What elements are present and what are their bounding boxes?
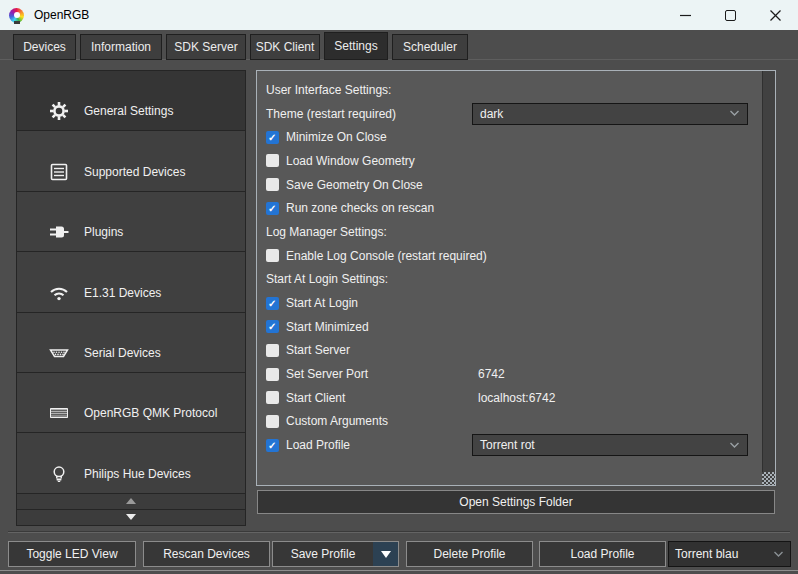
sidebar-item-label: Supported Devices — [84, 166, 185, 179]
wifi-icon — [47, 282, 71, 304]
section-label: Log Manager Settings: — [266, 225, 387, 239]
theme-row: Theme (restart required) dark — [266, 102, 756, 126]
open-settings-folder-button[interactable]: Open Settings Folder — [257, 490, 775, 514]
sidebar-item-openrgb-qmk-protocol[interactable]: OpenRGB QMK Protocol — [17, 373, 245, 433]
tab-sdk-client[interactable]: SDK Client — [250, 34, 320, 60]
section-log-manager-settings: Log Manager Settings: — [266, 220, 756, 244]
toggle-led-view-label: Toggle LED View — [26, 547, 117, 561]
chevron-down-icon — [729, 110, 740, 117]
sidebar-item-label: OpenRGB QMK Protocol — [84, 407, 217, 420]
minimize-button[interactable] — [663, 0, 708, 30]
custom-arguments-row: Custom Arguments — [266, 410, 756, 434]
chevron-down-icon — [729, 442, 740, 449]
checkbox-label: Start Minimized — [286, 320, 369, 334]
tab-sdk-server[interactable]: SDK Server — [166, 34, 246, 60]
checkbox-label: Start Server — [286, 343, 350, 357]
profile-select-value: Torrent blau — [675, 547, 738, 561]
save-geometry-on-close-checkbox[interactable] — [266, 178, 279, 191]
run-zone-checks-row: Run zone checks on rescan — [266, 196, 756, 220]
checkbox-label: Minimize On Close — [286, 130, 387, 144]
start-client-checkbox[interactable] — [266, 391, 279, 404]
run-zone-checks-checkbox[interactable] — [266, 202, 279, 215]
sidebar-item-supported-devices[interactable]: Supported Devices — [17, 131, 245, 191]
start-minimized-checkbox[interactable] — [266, 320, 279, 333]
set-server-port-checkbox[interactable] — [266, 368, 279, 381]
client-host-value: localhost:6742 — [478, 391, 555, 405]
enable-log-console-checkbox[interactable] — [266, 249, 279, 262]
section-label: Start At Login Settings: — [266, 272, 388, 286]
rescan-devices-label: Rescan Devices — [163, 547, 250, 561]
minimize-on-close-checkbox[interactable] — [266, 131, 279, 144]
gear-icon — [47, 100, 71, 122]
sidebar-item-label: Plugins — [84, 226, 123, 239]
panel-resize-grip[interactable] — [762, 472, 775, 485]
section-start-at-login-settings: Start At Login Settings: — [266, 268, 756, 292]
checkbox-label: Set Server Port — [286, 367, 368, 381]
section-label: User Interface Settings: — [266, 83, 391, 97]
settings-category-list: General Settings Supported Devices Plugi… — [16, 70, 246, 526]
sidebar-item-philips-hue-devices[interactable]: Philips Hue Devices — [17, 433, 245, 493]
lightbulb-icon — [47, 463, 71, 485]
load-profile-checkbox[interactable] — [266, 439, 279, 452]
start-at-login-checkbox[interactable] — [266, 297, 279, 310]
sidebar-item-e131-devices[interactable]: E1.31 Devices — [17, 252, 245, 312]
close-button[interactable] — [753, 0, 798, 30]
chevron-up-icon — [126, 498, 136, 504]
checkbox-label: Run zone checks on rescan — [286, 201, 434, 215]
window-bottom-edge — [0, 570, 798, 571]
profile-select-dropdown[interactable]: Torrent blau — [668, 541, 791, 567]
sidebar-scroll-up-button[interactable] — [17, 494, 245, 510]
panel-scrollbar[interactable] — [762, 71, 775, 485]
tab-scheduler[interactable]: Scheduler — [392, 34, 468, 60]
content-bottom-divider — [8, 531, 790, 533]
delete-profile-label: Delete Profile — [433, 547, 505, 561]
tab-settings[interactable]: Settings — [324, 32, 388, 60]
keyboard-icon — [47, 402, 71, 424]
checkbox-label: Custom Arguments — [286, 414, 388, 428]
tab-information[interactable]: Information — [80, 34, 162, 60]
load-window-geometry-checkbox[interactable] — [266, 154, 279, 167]
chevron-down-icon — [126, 514, 136, 520]
serial-port-icon — [47, 342, 71, 364]
checkbox-label: Load Profile — [286, 438, 350, 452]
load-profile-label: Load Profile — [570, 547, 634, 561]
checkbox-label: Enable Log Console (restart required) — [286, 249, 487, 263]
sidebar-scroll-down-button[interactable] — [17, 510, 245, 526]
save-profile-dropdown-button[interactable] — [373, 542, 398, 566]
load-profile-dropdown[interactable]: Torrent rot — [472, 434, 748, 456]
server-port-value: 6742 — [478, 367, 505, 381]
minimize-icon — [680, 10, 691, 21]
delete-profile-button[interactable]: Delete Profile — [406, 541, 533, 567]
checkbox-label: Save Geometry On Close — [286, 178, 423, 192]
save-geometry-on-close-row: Save Geometry On Close — [266, 173, 756, 197]
start-at-login-row: Start At Login — [266, 291, 756, 315]
start-client-row: Start Client localhost:6742 — [266, 386, 756, 410]
checkbox-label: Load Window Geometry — [286, 154, 415, 168]
sidebar-item-label: E1.31 Devices — [84, 287, 161, 300]
plug-icon — [47, 221, 71, 243]
theme-dropdown-value: dark — [480, 107, 503, 121]
load-profile-dropdown-value: Torrent rot — [480, 438, 535, 452]
sidebar-item-plugins[interactable]: Plugins — [17, 192, 245, 252]
minimize-on-close-row: Minimize On Close — [266, 125, 756, 149]
sidebar-item-label: General Settings — [84, 105, 173, 118]
load-window-geometry-row: Load Window Geometry — [266, 149, 756, 173]
list-icon — [47, 161, 71, 183]
start-server-checkbox[interactable] — [266, 344, 279, 357]
tab-devices[interactable]: Devices — [13, 34, 76, 60]
sidebar-item-general-settings[interactable]: General Settings — [17, 71, 245, 131]
toggle-led-view-button[interactable]: Toggle LED View — [8, 541, 136, 567]
dropdown-arrow-icon — [381, 551, 391, 558]
maximize-button[interactable] — [708, 0, 753, 30]
custom-arguments-checkbox[interactable] — [266, 415, 279, 428]
window-title: OpenRGB — [34, 8, 89, 22]
sidebar-item-serial-devices[interactable]: Serial Devices — [17, 313, 245, 373]
set-server-port-row: Set Server Port 6742 — [266, 362, 756, 386]
load-profile-button[interactable]: Load Profile — [539, 541, 666, 567]
titlebar: OpenRGB — [0, 0, 798, 30]
theme-dropdown[interactable]: dark — [472, 103, 748, 125]
save-profile-button[interactable]: Save Profile — [272, 541, 399, 567]
sidebar-item-label: Serial Devices — [84, 347, 161, 360]
rescan-devices-button[interactable]: Rescan Devices — [143, 541, 270, 567]
theme-label: Theme (restart required) — [266, 107, 396, 121]
